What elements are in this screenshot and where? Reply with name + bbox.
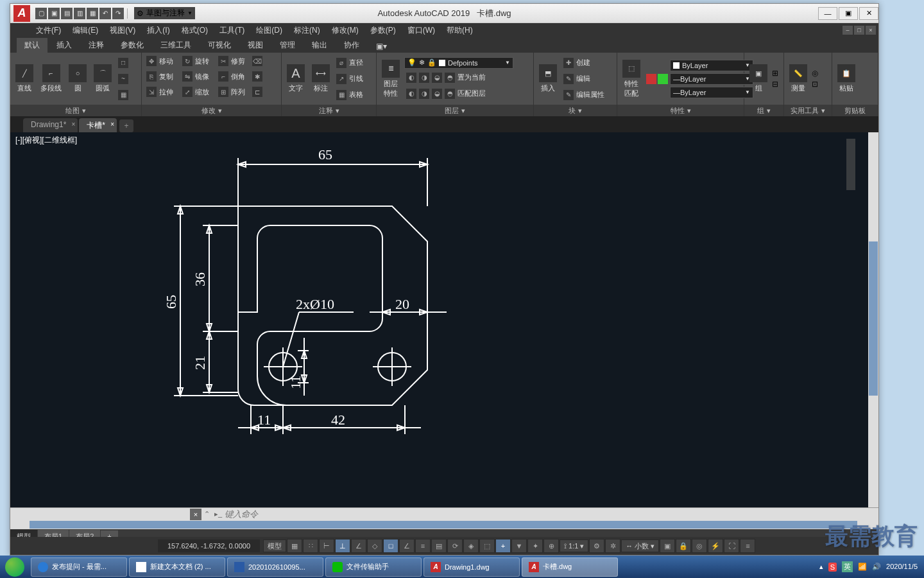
anno-visibility-button[interactable]: ✲ [605, 539, 620, 553]
units-dropdown[interactable]: ↔ 小数 ▾ [621, 539, 659, 552]
isolate-button[interactable]: ◎ [692, 539, 707, 553]
grid-button[interactable]: ▦ [287, 539, 302, 553]
rotate-button[interactable]: 旋转 [195, 57, 209, 66]
explode-icon[interactable]: ✱ [252, 71, 262, 82]
new-tab-button[interactable]: + [119, 119, 133, 132]
line-button[interactable]: ╱直线 [13, 63, 36, 94]
match-layer-button[interactable]: 匹配图层 [458, 89, 486, 98]
tab-insert[interactable]: 插入 [49, 38, 80, 53]
qat-redo-icon[interactable]: ↷ [112, 8, 124, 19]
tab-apps-icon[interactable]: ▣▾ [368, 40, 395, 53]
close-tab-icon[interactable]: × [110, 121, 114, 128]
table-button[interactable]: ▦表格 [334, 88, 365, 102]
navigation-bar[interactable] [846, 139, 855, 190]
dyn-ucs-button[interactable]: ⬚ [479, 539, 495, 553]
workspace-switch-button[interactable]: ⚙ [589, 539, 604, 553]
layer-ic4[interactable]: ◓ [445, 73, 455, 83]
network-icon[interactable]: 📶 [858, 563, 867, 571]
util-ic1[interactable]: ◎ [812, 69, 818, 78]
circle-button[interactable]: ○圆 [66, 63, 89, 94]
file-tab-kacao[interactable]: 卡槽*× [79, 118, 117, 132]
layer-ic2[interactable]: ◑ [419, 73, 429, 83]
paste-button[interactable]: 📋粘贴 [835, 63, 858, 94]
tab-3dtools[interactable]: 三维工具 [153, 38, 199, 53]
polar-button[interactable]: ∠ [351, 539, 366, 553]
menu-dim[interactable]: 标注(N) [294, 25, 320, 36]
mdi-min-button[interactable]: – [843, 26, 853, 35]
close-button[interactable]: ✕ [859, 7, 878, 20]
gizmo-button[interactable]: ✦ [527, 539, 543, 553]
group-ic1[interactable]: ⊞ [772, 69, 778, 78]
draw-flyout-2[interactable]: ~ [116, 72, 130, 86]
diameter-button[interactable]: ⌀直径 [334, 56, 365, 70]
quickprops-button[interactable]: ▣ [660, 539, 675, 553]
layer-ic7[interactable]: ◒ [432, 89, 442, 99]
tab-default[interactable]: 默认 [17, 38, 47, 53]
menu-insert[interactable]: 插入(I) [147, 25, 169, 36]
make-current-button[interactable]: 置为当前 [458, 73, 486, 82]
task-notepad[interactable]: 新建文本文档 (2) ... [129, 557, 225, 577]
coordinates-display[interactable]: 157.6240, -1.6732, 0.0000 [158, 539, 260, 552]
menu-tools[interactable]: 工具(T) [219, 25, 244, 36]
clock[interactable]: 2020/11/5 [886, 563, 918, 571]
draw-flyout-3[interactable]: ▦ [116, 88, 130, 102]
linetype-dropdown[interactable]: — ByLayer▼ [670, 87, 753, 98]
group-group-title[interactable]: 组 ▾ [744, 105, 783, 116]
insert-block-button[interactable]: ⬒插入 [536, 63, 560, 94]
tab-annotate[interactable]: 注释 [81, 38, 112, 53]
qat-new-icon[interactable]: ▢ [35, 8, 47, 19]
dim-button[interactable]: ⟷标注 [309, 63, 332, 94]
group-button[interactable]: ▣组 [747, 63, 770, 94]
mdi-max-button[interactable]: □ [854, 26, 864, 35]
task-wps[interactable]: 2020102610095... [227, 557, 323, 577]
mirror-button[interactable]: 镜像 [195, 72, 209, 82]
group-modify-title[interactable]: 修改 ▾ [142, 105, 281, 116]
sel-filter-button[interactable]: ▼ [511, 539, 527, 553]
layer-dropdown[interactable]: 💡❄🔒Defpoints▼ [404, 57, 513, 69]
color-dropdown[interactable]: ByLayer▼ [670, 60, 753, 71]
measure-button[interactable]: 📏测量 [787, 63, 810, 94]
maximize-button[interactable]: ▣ [839, 7, 858, 20]
otrack-button[interactable]: ∠ [399, 539, 415, 553]
clean-screen-button[interactable]: ⛶ [724, 539, 739, 553]
group-block-title[interactable]: 块 ▾ [534, 105, 617, 116]
ime-icon[interactable]: S [828, 563, 837, 572]
annomonitor-button[interactable]: ⊕ [543, 539, 559, 553]
leader-button[interactable]: ↗引线 [334, 72, 365, 86]
block-edit-button[interactable]: ✎编辑 [561, 72, 606, 86]
cycling-button[interactable]: ⟳ [447, 539, 463, 553]
tab-view[interactable]: 视图 [240, 38, 271, 53]
tab-output[interactable]: 输出 [304, 38, 335, 53]
snap-button[interactable]: ∷ [303, 539, 318, 553]
qat-open-icon[interactable]: ▣ [48, 8, 60, 19]
trim-button[interactable]: 修剪 [231, 57, 245, 66]
ime2-icon[interactable]: 英 [842, 561, 853, 572]
lineweight-dropdown[interactable]: — ByLayer▼ [670, 73, 753, 85]
menu-window[interactable]: 窗口(W) [407, 25, 435, 36]
anno-scale-dropdown[interactable]: ⟟ 1:1 ▾ [560, 539, 588, 552]
command-input[interactable] [225, 509, 878, 519]
transparency-button[interactable]: ▤ [431, 539, 447, 553]
file-tab-drawing1[interactable]: Drawing1*× [23, 118, 78, 132]
group-annot-title[interactable]: 注释 ▾ [282, 105, 376, 116]
lockui-button[interactable]: 🔒 [676, 539, 691, 553]
color-icon[interactable] [646, 74, 656, 84]
cmd-close-button[interactable]: × [190, 509, 201, 520]
task-acad2[interactable]: A卡槽.dwg [522, 557, 618, 577]
color2-icon[interactable] [658, 74, 668, 84]
group-props-title[interactable]: 特性 ▾ [617, 105, 744, 116]
block-attr-button[interactable]: ✎编辑属性 [561, 88, 606, 102]
cmd-history-button[interactable]: ⌃ [201, 510, 212, 518]
customize-button[interactable]: ≡ [740, 539, 755, 553]
task-acad1[interactable]: ADrawing1.dwg [424, 557, 520, 577]
vertical-scrollbar[interactable] [868, 132, 878, 507]
layer-ic8[interactable]: ◓ [445, 89, 455, 99]
layer-ic5[interactable]: ◐ [406, 89, 416, 99]
minimize-button[interactable]: — [818, 7, 837, 20]
block-create-button[interactable]: ✚创建 [561, 56, 606, 70]
move-button[interactable]: 移动 [159, 57, 173, 66]
horizontal-scrollbar[interactable] [10, 520, 878, 529]
tab-parametric[interactable]: 参数化 [113, 38, 151, 53]
menu-modify[interactable]: 修改(M) [332, 25, 359, 36]
util-ic2[interactable]: ⊡ [812, 80, 818, 89]
